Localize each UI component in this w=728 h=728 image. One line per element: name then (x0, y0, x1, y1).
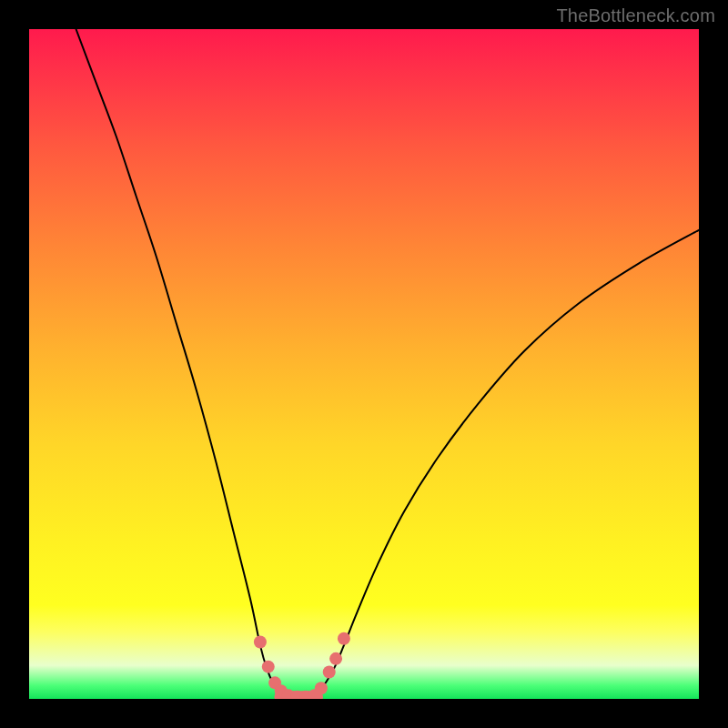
curve-left-branch (76, 29, 280, 693)
marker-dot (254, 635, 267, 648)
marker-dot (262, 661, 275, 673)
chart-frame: TheBottleneck.com (0, 0, 728, 728)
marker-dot (338, 632, 350, 645)
marker-dot (323, 666, 336, 679)
marker-dot (299, 691, 312, 699)
watermark-text: TheBottleneck.com (556, 5, 715, 26)
curve-right-branch (317, 230, 699, 693)
plot-area (29, 29, 699, 699)
curve-layer (29, 29, 699, 699)
marker-dot (308, 689, 321, 699)
marker-dot (268, 676, 281, 689)
marker-dot (282, 689, 295, 699)
marker-dot (290, 691, 303, 699)
marker-dot (315, 682, 328, 694)
marker-dot (275, 684, 288, 697)
marker-dot (329, 652, 342, 665)
